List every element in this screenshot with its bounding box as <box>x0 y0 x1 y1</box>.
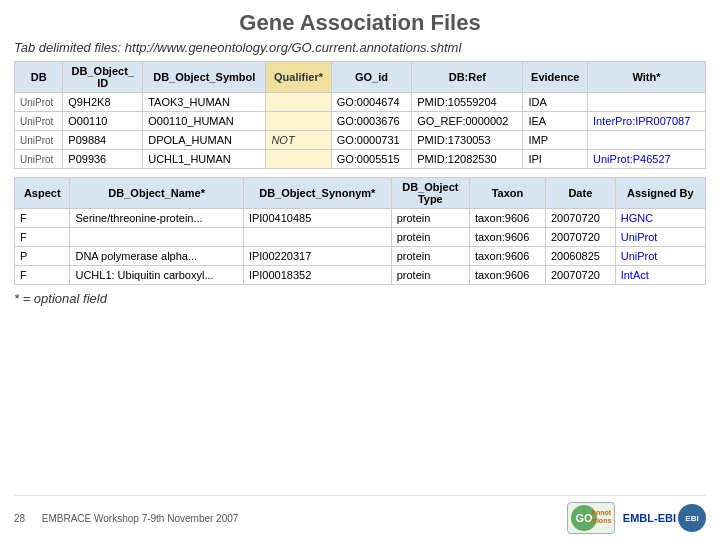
optional-note: * = optional field <box>14 291 706 306</box>
subtitle: Tab delimited files: http://www.geneonto… <box>14 40 706 55</box>
col-date: Date <box>545 178 615 209</box>
table-row: UniProtP09884DPOLA_HUMANNOTGO:0000731PMI… <box>15 131 706 150</box>
table-row: UniProtO00110O00110_HUMANGO:0003676GO_RE… <box>15 112 706 131</box>
embl-ebi-logo: EMBL-EBI EBI <box>623 504 706 532</box>
bottom-table: Aspect DB_Object_Name* DB_Object_Synonym… <box>14 177 706 285</box>
col-aspect: Aspect <box>15 178 70 209</box>
table-row: UniProtP09936UCHL1_HUMANGO:0005515PMID:1… <box>15 150 706 169</box>
svg-text:Annot: Annot <box>591 509 612 516</box>
footer: 28 EMBRACE Workshop 7-9th November 2007 … <box>14 495 706 534</box>
embl-icon: EBI <box>678 504 706 532</box>
table-row: PDNA polymerase alpha...IPI00220317prote… <box>15 247 706 266</box>
col-with: With* <box>588 62 706 93</box>
workshop-label: EMBRACE Workshop 7-9th November 2007 <box>42 513 239 524</box>
col-db-object-synonym: DB_Object_Synonym* <box>243 178 391 209</box>
page: Gene Association Files Tab delimited fil… <box>0 0 720 540</box>
go-logo: GO Annot ations <box>567 502 615 534</box>
col-taxon: Taxon <box>469 178 545 209</box>
footer-left: 28 EMBRACE Workshop 7-9th November 2007 <box>14 513 567 524</box>
col-assigned-by: Assigned By <box>615 178 705 209</box>
col-go-id: GO_id <box>331 62 412 93</box>
footer-logos: GO Annot ations EMBL-EBI EBI <box>567 502 706 534</box>
col-db: DB <box>15 62 63 93</box>
col-qualifier: Qualifier* <box>266 62 331 93</box>
col-db-object-name: DB_Object_Name* <box>70 178 243 209</box>
col-db-object-symbol: DB_Object_Symbol <box>143 62 266 93</box>
svg-text:ations: ations <box>591 517 612 524</box>
col-db-object-type: DB_ObjectType <box>391 178 469 209</box>
top-table: DB DB_Object_ID DB_Object_Symbol Qualifi… <box>14 61 706 169</box>
table-row: UniProtQ9H2K8TAOK3_HUMANGO:0004674PMID:1… <box>15 93 706 112</box>
table-row: FUCHL1: Ubiquitin carboxyl...IPI00018352… <box>15 266 706 285</box>
page-title: Gene Association Files <box>14 10 706 36</box>
slide-number: 28 <box>14 513 25 524</box>
table-row: FSerine/threonine-protein...IPI00410485p… <box>15 209 706 228</box>
col-evidence: Evidence <box>523 62 588 93</box>
table-row: Fproteintaxon:960620070720UniProt <box>15 228 706 247</box>
col-db-object-id: DB_Object_ID <box>63 62 143 93</box>
col-dbref: DB:Ref <box>412 62 523 93</box>
